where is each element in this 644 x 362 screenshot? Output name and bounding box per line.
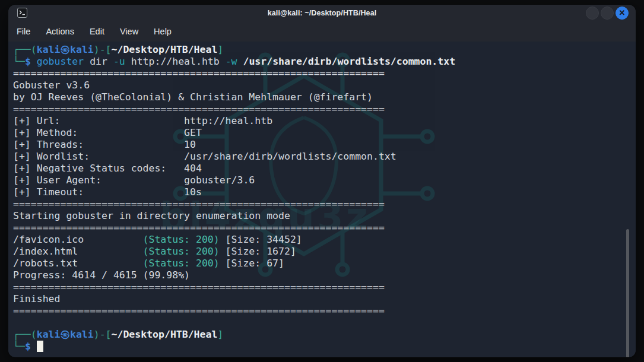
terminal-text-segment: [Size: 34452] (220, 234, 302, 245)
terminal-text-segment: ┌──( (13, 44, 37, 55)
title-bar: kali@kali: ~/Desktop/HTB/Heal ✕ (8, 5, 636, 21)
separator-line: ========================================… (13, 222, 455, 234)
terminal-window: kali@kali: ~/Desktop/HTB/Heal ✕ File Act… (8, 5, 636, 357)
terminal-text-segment: Gobuster v3.6 (13, 80, 90, 91)
terminal-text-segment: ========================================… (13, 281, 385, 293)
terminal-text-segment: Starting gobuster in directory enumerati… (13, 210, 290, 221)
gobuster-version: Gobuster v3.6 (13, 80, 455, 91)
separator-line: ========================================… (13, 103, 455, 115)
terminal-text-segment: /robots.txt (13, 258, 143, 269)
terminal-text-segment: ========================================… (13, 305, 385, 316)
config-negative-status: [+] Negative Status codes: 404 (13, 163, 455, 174)
terminal-text-segment: -w (226, 56, 237, 67)
terminal-text-segment: [+] Method: GET (13, 127, 202, 138)
progress-line: Progress: 4614 / 4615 (99.98%) (13, 269, 455, 281)
terminal-text-segment: $ (25, 341, 37, 352)
terminal-text-segment: [+] Url: http://heal.htb (13, 115, 272, 126)
separator-line: ========================================… (13, 68, 455, 80)
terminal-text-segment: /index.html (13, 246, 143, 257)
terminal-text-segment: gobuster (37, 56, 84, 67)
terminal-cursor (37, 341, 43, 352)
terminal-text-segment: )-[ (94, 329, 112, 340)
terminal-text-segment: ========================================… (13, 222, 385, 233)
terminal-text-segment: by OJ Reeves (@TheColonial) & Christian … (13, 91, 373, 103)
result-robots: /robots.txt (Status: 200) [Size: 67] (13, 258, 455, 269)
terminal-text-segment: Finished (13, 293, 60, 304)
prompt-line-2: ┌──(kali㉿kali)-[~/Desktop/HTB/Heal] (13, 329, 455, 341)
gobuster-authors: by OJ Reeves (@TheColonial) & Christian … (13, 91, 455, 103)
config-method: [+] Method: GET (13, 127, 455, 139)
menu-help[interactable]: Help (154, 27, 172, 36)
config-threads: [+] Threads: 10 (13, 139, 455, 151)
close-icon: ✕ (619, 9, 626, 17)
blank-line (13, 317, 455, 329)
terminal-text-segment: ========================================… (13, 103, 385, 115)
terminal-text-segment: [+] Wordlist: /usr/share/dirb/wordlists/… (13, 151, 396, 162)
terminal-text-segment: (Status: 200) (143, 234, 220, 245)
terminal-text-segment: └─ (13, 341, 25, 352)
separator-line: ========================================… (13, 198, 455, 210)
result-favicon: /favicon.ico (Status: 200) [Size: 34452] (13, 234, 455, 246)
terminal-text-segment: [+] Negative Status codes: 404 (13, 163, 202, 174)
menu-bar: File Actions Edit View Help (8, 21, 636, 42)
terminal-text-segment: [+] Timeout: 10s (13, 186, 202, 198)
result-index: /index.html (Status: 200) [Size: 1672] (13, 246, 455, 258)
terminal-text-segment: $ (25, 56, 37, 67)
menu-file[interactable]: File (17, 27, 30, 36)
terminal-text-segment: [+] Threads: 10 (13, 139, 196, 150)
terminal-text-segment: ~/Desktop/HTB/Heal (112, 44, 218, 55)
terminal-text-segment (237, 56, 243, 67)
close-button[interactable]: ✕ (616, 7, 629, 20)
terminal-text-segment: ] (217, 329, 223, 340)
finished-message: Finished (13, 293, 455, 305)
terminal-text-segment: ========================================… (13, 68, 385, 79)
terminal-text-segment: -u (113, 56, 125, 67)
separator-line: ========================================… (13, 281, 455, 293)
terminal-text-segment: ========================================… (13, 198, 385, 209)
terminal-text-segment: ┌──( (13, 329, 37, 340)
terminal-screen[interactable]: bl4zqu3z ┌──(kali㉿kali)-[~/Desktop/HTB/H… (8, 42, 636, 357)
menu-view[interactable]: View (120, 27, 138, 36)
separator-line: ========================================… (13, 305, 455, 317)
terminal-app-icon (17, 8, 27, 18)
prompt-line-1: ┌──(kali㉿kali)-[~/Desktop/HTB/Heal] (13, 44, 455, 56)
terminal-text-segment: ~/Desktop/HTB/Heal (112, 329, 218, 340)
terminal-text-segment: http://heal.htb (125, 56, 226, 67)
scrollbar-thumb[interactable] (626, 229, 629, 357)
terminal-text-segment: /favicon.ico (13, 234, 143, 245)
terminal-text-segment: )-[ (94, 44, 112, 55)
terminal-text-segment: (Status: 200) (143, 258, 220, 269)
prompt-input-line: └─$ (13, 341, 455, 353)
terminal-text-segment: [Size: 1672] (220, 246, 296, 257)
terminal-text-segment: [Size: 67] (220, 258, 284, 269)
menu-edit[interactable]: Edit (90, 27, 104, 36)
terminal-text-segment: /usr/share/dirb/wordlists/common.txt (243, 56, 455, 67)
window-controls: ✕ (586, 7, 629, 20)
terminal-text-segment: ] (217, 44, 223, 55)
terminal-text-segment: kali㉿kali (37, 329, 94, 340)
config-timeout: [+] Timeout: 10s (13, 186, 455, 198)
terminal-text-segment: kali㉿kali (37, 44, 94, 55)
config-wordlist: [+] Wordlist: /usr/share/dirb/wordlists/… (13, 151, 455, 163)
terminal-text-segment: dir (84, 56, 113, 67)
terminal-text-segment: (Status: 200) (143, 246, 220, 257)
terminal-text-segment: Progress: 4614 / 4615 (99.98%) (13, 269, 190, 281)
window-title: kali@kali: ~/Desktop/HTB/Heal (8, 9, 636, 17)
menu-actions[interactable]: Actions (46, 27, 74, 36)
config-user-agent: [+] User Agent: gobuster/3.6 (13, 174, 455, 186)
config-url: [+] Url: http://heal.htb (13, 115, 455, 127)
terminal-text-segment: [+] User Agent: gobuster/3.6 (13, 174, 255, 186)
maximize-button[interactable] (601, 7, 614, 20)
starting-message: Starting gobuster in directory enumerati… (13, 210, 455, 222)
command-line: └─$ gobuster dir -u http://heal.htb -w /… (13, 56, 455, 68)
terminal-text-segment: └─ (13, 56, 25, 67)
minimize-button[interactable] (586, 7, 599, 20)
terminal-output: ┌──(kali㉿kali)-[~/Desktop/HTB/Heal]└─$ g… (13, 44, 455, 353)
